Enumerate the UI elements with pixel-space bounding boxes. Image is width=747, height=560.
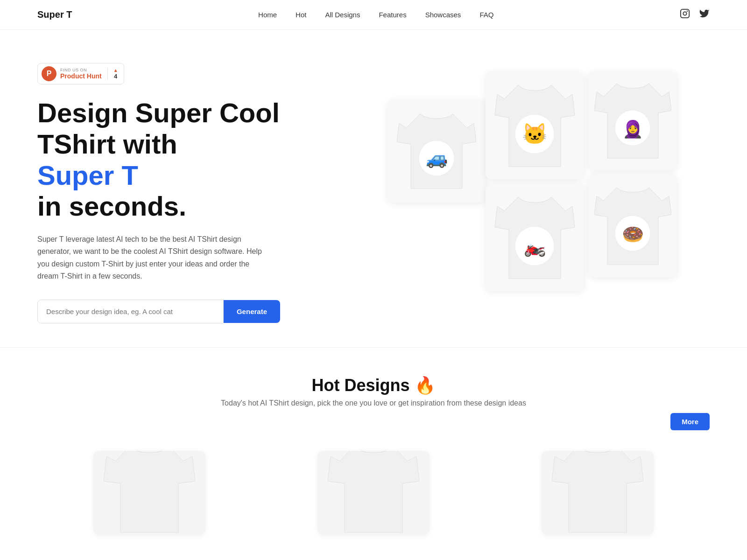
headline-line3: in seconds. bbox=[37, 191, 186, 221]
tshirt-motorcycle[interactable]: 🏍️ bbox=[486, 184, 584, 291]
shirt-svg-left: 🚙 bbox=[397, 109, 476, 193]
hero-left: P FIND US ON Product Hunt ▲ 4 Design Sup… bbox=[37, 63, 308, 323]
tshirt-cat-donut[interactable]: 🍩 bbox=[588, 175, 677, 277]
instagram-icon[interactable] bbox=[680, 8, 690, 21]
svg-text:🐱: 🐱 bbox=[521, 122, 547, 146]
ph-label-bottom: Product Hunt bbox=[60, 72, 102, 80]
hot-tshirt-card-1 bbox=[93, 451, 205, 535]
twitter-icon[interactable] bbox=[699, 8, 710, 21]
svg-rect-0 bbox=[681, 9, 689, 18]
ph-arrow-icon: ▲ bbox=[113, 68, 118, 73]
svg-text:🚙: 🚙 bbox=[426, 147, 448, 169]
hot-designs-title: Hot Designs 🔥 bbox=[37, 376, 710, 395]
tshirt-grid: 🚙 🐱 🏍️ bbox=[388, 72, 630, 315]
svg-point-2 bbox=[687, 11, 688, 12]
svg-text:🏍️: 🏍️ bbox=[523, 236, 546, 258]
svg-text:🍩: 🍩 bbox=[621, 224, 644, 245]
hot-tshirt-card-2 bbox=[317, 451, 430, 535]
hero-description: Super T leverage latest AI tech to be th… bbox=[37, 233, 271, 283]
nav-home[interactable]: Home bbox=[258, 11, 277, 19]
product-hunt-badge[interactable]: P FIND US ON Product Hunt ▲ 4 bbox=[37, 63, 124, 84]
hero-section: P FIND US ON Product Hunt ▲ 4 Design Sup… bbox=[0, 30, 747, 347]
hot-designs-section: Hot Designs 🔥 Today's hot AI TShirt desi… bbox=[0, 347, 747, 553]
hot-tshirt-card-3 bbox=[542, 451, 654, 535]
hot-tshirts-row bbox=[37, 441, 710, 535]
hero-tshirt-display: 🚙 🐱 🏍️ bbox=[308, 72, 710, 315]
shirt-svg-right-bottom: 🍩 bbox=[594, 183, 671, 269]
svg-point-1 bbox=[683, 12, 686, 15]
shirt-svg-mid-top: 🐱 bbox=[494, 80, 576, 171]
nav-features[interactable]: Features bbox=[379, 11, 406, 19]
headline-line1: Design Super Cool bbox=[37, 98, 280, 128]
headline-brand: Super T bbox=[37, 160, 138, 190]
shirt-svg-right-top: 🧕 bbox=[594, 79, 671, 163]
tshirt-traditional[interactable]: 🧕 bbox=[588, 72, 677, 170]
hot-tshirt-item-1[interactable] bbox=[37, 441, 261, 535]
tshirt-monster-truck[interactable]: 🚙 bbox=[388, 100, 486, 203]
nav-hot[interactable]: Hot bbox=[296, 11, 306, 19]
hero-headline: Design Super Cool TShirt with Super T in… bbox=[37, 98, 308, 222]
nav-links: Home Hot All Designs Features Showcases … bbox=[258, 11, 493, 19]
ph-label-top: FIND US ON bbox=[60, 68, 102, 72]
hot-shirt-svg-2 bbox=[327, 451, 420, 535]
nav-social-icons bbox=[680, 8, 710, 21]
hot-shirt-svg-1 bbox=[103, 451, 196, 535]
more-button[interactable]: More bbox=[670, 413, 710, 430]
hot-designs-subtitle: Today's hot AI TShirt design, pick the o… bbox=[37, 399, 710, 407]
ph-score-value: 4 bbox=[114, 73, 117, 80]
svg-text:🧕: 🧕 bbox=[622, 119, 643, 139]
nav-all-designs[interactable]: All Designs bbox=[325, 11, 360, 19]
product-hunt-text: FIND US ON Product Hunt bbox=[60, 68, 102, 80]
design-input-row: Generate bbox=[37, 300, 280, 323]
tshirt-lucky-cat[interactable]: 🐱 bbox=[486, 72, 584, 179]
ph-score: ▲ 4 bbox=[107, 68, 118, 80]
nav-showcases[interactable]: Showcases bbox=[425, 11, 461, 19]
hot-designs-header: Hot Designs 🔥 Today's hot AI TShirt desi… bbox=[37, 376, 710, 407]
hot-shirt-svg-3 bbox=[551, 451, 644, 535]
site-logo[interactable]: Super T bbox=[37, 9, 72, 20]
generate-button[interactable]: Generate bbox=[224, 300, 280, 323]
product-hunt-logo: P bbox=[42, 66, 56, 81]
hot-tshirt-item-3[interactable] bbox=[486, 441, 710, 535]
shirt-svg-mid-bottom: 🏍️ bbox=[494, 192, 576, 283]
design-idea-input[interactable] bbox=[37, 300, 224, 323]
hot-tshirt-item-2[interactable] bbox=[261, 441, 486, 535]
nav-faq[interactable]: FAQ bbox=[479, 11, 493, 19]
hot-more-row: More bbox=[37, 413, 710, 430]
navbar: Super T Home Hot All Designs Features Sh… bbox=[0, 0, 747, 30]
headline-line2: TShirt with bbox=[37, 129, 177, 159]
